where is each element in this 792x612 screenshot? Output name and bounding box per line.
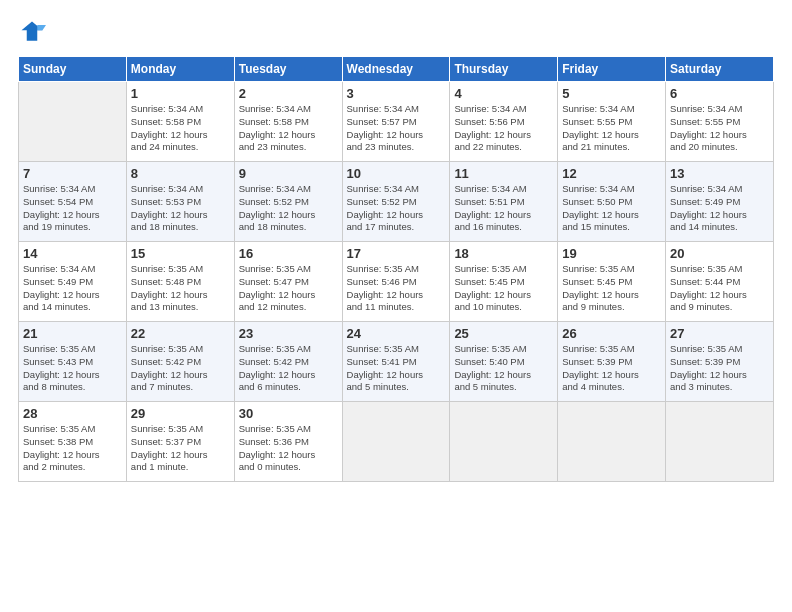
calendar-cell: 5Sunrise: 5:34 AM Sunset: 5:55 PM Daylig… [558,82,666,162]
cell-info: Sunrise: 5:35 AM Sunset: 5:42 PM Dayligh… [131,343,230,394]
calendar-cell: 14Sunrise: 5:34 AM Sunset: 5:49 PM Dayli… [19,242,127,322]
calendar-cell: 2Sunrise: 5:34 AM Sunset: 5:58 PM Daylig… [234,82,342,162]
svg-marker-0 [22,22,43,41]
day-number: 18 [454,246,553,261]
day-number: 30 [239,406,338,421]
calendar-cell: 29Sunrise: 5:35 AM Sunset: 5:37 PM Dayli… [126,402,234,482]
cell-info: Sunrise: 5:34 AM Sunset: 5:51 PM Dayligh… [454,183,553,234]
cell-info: Sunrise: 5:34 AM Sunset: 5:56 PM Dayligh… [454,103,553,154]
day-number: 19 [562,246,661,261]
calendar-cell: 3Sunrise: 5:34 AM Sunset: 5:57 PM Daylig… [342,82,450,162]
day-number: 15 [131,246,230,261]
calendar-cell: 16Sunrise: 5:35 AM Sunset: 5:47 PM Dayli… [234,242,342,322]
cell-info: Sunrise: 5:34 AM Sunset: 5:49 PM Dayligh… [670,183,769,234]
cell-info: Sunrise: 5:35 AM Sunset: 5:40 PM Dayligh… [454,343,553,394]
day-number: 20 [670,246,769,261]
calendar-cell: 9Sunrise: 5:34 AM Sunset: 5:52 PM Daylig… [234,162,342,242]
calendar-cell: 12Sunrise: 5:34 AM Sunset: 5:50 PM Dayli… [558,162,666,242]
cell-info: Sunrise: 5:34 AM Sunset: 5:58 PM Dayligh… [239,103,338,154]
cell-info: Sunrise: 5:34 AM Sunset: 5:53 PM Dayligh… [131,183,230,234]
day-number: 22 [131,326,230,341]
week-row-2: 7Sunrise: 5:34 AM Sunset: 5:54 PM Daylig… [19,162,774,242]
day-number: 26 [562,326,661,341]
calendar-cell: 30Sunrise: 5:35 AM Sunset: 5:36 PM Dayli… [234,402,342,482]
weekday-header-monday: Monday [126,57,234,82]
cell-info: Sunrise: 5:35 AM Sunset: 5:38 PM Dayligh… [23,423,122,474]
calendar-cell: 20Sunrise: 5:35 AM Sunset: 5:44 PM Dayli… [666,242,774,322]
cell-info: Sunrise: 5:35 AM Sunset: 5:42 PM Dayligh… [239,343,338,394]
day-number: 1 [131,86,230,101]
day-number: 12 [562,166,661,181]
day-number: 3 [347,86,446,101]
calendar-cell: 23Sunrise: 5:35 AM Sunset: 5:42 PM Dayli… [234,322,342,402]
day-number: 25 [454,326,553,341]
day-number: 27 [670,326,769,341]
cell-info: Sunrise: 5:34 AM Sunset: 5:52 PM Dayligh… [347,183,446,234]
calendar-cell: 17Sunrise: 5:35 AM Sunset: 5:46 PM Dayli… [342,242,450,322]
calendar-cell: 26Sunrise: 5:35 AM Sunset: 5:39 PM Dayli… [558,322,666,402]
day-number: 5 [562,86,661,101]
day-number: 21 [23,326,122,341]
weekday-header-saturday: Saturday [666,57,774,82]
calendar-table: SundayMondayTuesdayWednesdayThursdayFrid… [18,56,774,482]
cell-info: Sunrise: 5:34 AM Sunset: 5:55 PM Dayligh… [670,103,769,154]
calendar-cell: 24Sunrise: 5:35 AM Sunset: 5:41 PM Dayli… [342,322,450,402]
day-number: 14 [23,246,122,261]
cell-info: Sunrise: 5:35 AM Sunset: 5:45 PM Dayligh… [454,263,553,314]
day-number: 24 [347,326,446,341]
cell-info: Sunrise: 5:34 AM Sunset: 5:55 PM Dayligh… [562,103,661,154]
calendar-cell: 1Sunrise: 5:34 AM Sunset: 5:58 PM Daylig… [126,82,234,162]
week-row-3: 14Sunrise: 5:34 AM Sunset: 5:49 PM Dayli… [19,242,774,322]
logo-icon [18,18,46,46]
cell-info: Sunrise: 5:34 AM Sunset: 5:52 PM Dayligh… [239,183,338,234]
cell-info: Sunrise: 5:35 AM Sunset: 5:44 PM Dayligh… [670,263,769,314]
weekday-header-wednesday: Wednesday [342,57,450,82]
week-row-5: 28Sunrise: 5:35 AM Sunset: 5:38 PM Dayli… [19,402,774,482]
cell-info: Sunrise: 5:35 AM Sunset: 5:37 PM Dayligh… [131,423,230,474]
calendar-cell [666,402,774,482]
calendar-cell: 25Sunrise: 5:35 AM Sunset: 5:40 PM Dayli… [450,322,558,402]
cell-info: Sunrise: 5:35 AM Sunset: 5:46 PM Dayligh… [347,263,446,314]
calendar-cell: 8Sunrise: 5:34 AM Sunset: 5:53 PM Daylig… [126,162,234,242]
day-number: 11 [454,166,553,181]
day-number: 7 [23,166,122,181]
cell-info: Sunrise: 5:35 AM Sunset: 5:36 PM Dayligh… [239,423,338,474]
weekday-header-tuesday: Tuesday [234,57,342,82]
day-number: 13 [670,166,769,181]
calendar-cell: 15Sunrise: 5:35 AM Sunset: 5:48 PM Dayli… [126,242,234,322]
calendar-cell [450,402,558,482]
calendar-cell: 4Sunrise: 5:34 AM Sunset: 5:56 PM Daylig… [450,82,558,162]
cell-info: Sunrise: 5:34 AM Sunset: 5:49 PM Dayligh… [23,263,122,314]
cell-info: Sunrise: 5:35 AM Sunset: 5:41 PM Dayligh… [347,343,446,394]
weekday-header-sunday: Sunday [19,57,127,82]
cell-info: Sunrise: 5:35 AM Sunset: 5:43 PM Dayligh… [23,343,122,394]
day-number: 10 [347,166,446,181]
cell-info: Sunrise: 5:34 AM Sunset: 5:54 PM Dayligh… [23,183,122,234]
day-number: 16 [239,246,338,261]
day-number: 2 [239,86,338,101]
weekday-header-thursday: Thursday [450,57,558,82]
calendar-cell [342,402,450,482]
cell-info: Sunrise: 5:35 AM Sunset: 5:48 PM Dayligh… [131,263,230,314]
day-number: 4 [454,86,553,101]
calendar-cell: 28Sunrise: 5:35 AM Sunset: 5:38 PM Dayli… [19,402,127,482]
cell-info: Sunrise: 5:35 AM Sunset: 5:39 PM Dayligh… [562,343,661,394]
calendar-cell: 27Sunrise: 5:35 AM Sunset: 5:39 PM Dayli… [666,322,774,402]
calendar-cell [558,402,666,482]
day-number: 28 [23,406,122,421]
calendar-cell: 6Sunrise: 5:34 AM Sunset: 5:55 PM Daylig… [666,82,774,162]
week-row-4: 21Sunrise: 5:35 AM Sunset: 5:43 PM Dayli… [19,322,774,402]
calendar-cell: 21Sunrise: 5:35 AM Sunset: 5:43 PM Dayli… [19,322,127,402]
weekday-header-row: SundayMondayTuesdayWednesdayThursdayFrid… [19,57,774,82]
week-row-1: 1Sunrise: 5:34 AM Sunset: 5:58 PM Daylig… [19,82,774,162]
calendar-cell: 7Sunrise: 5:34 AM Sunset: 5:54 PM Daylig… [19,162,127,242]
calendar-cell: 13Sunrise: 5:34 AM Sunset: 5:49 PM Dayli… [666,162,774,242]
calendar-cell: 19Sunrise: 5:35 AM Sunset: 5:45 PM Dayli… [558,242,666,322]
cell-info: Sunrise: 5:35 AM Sunset: 5:39 PM Dayligh… [670,343,769,394]
day-number: 8 [131,166,230,181]
day-number: 23 [239,326,338,341]
day-number: 6 [670,86,769,101]
cell-info: Sunrise: 5:35 AM Sunset: 5:47 PM Dayligh… [239,263,338,314]
cell-info: Sunrise: 5:34 AM Sunset: 5:50 PM Dayligh… [562,183,661,234]
svg-marker-1 [37,25,46,30]
